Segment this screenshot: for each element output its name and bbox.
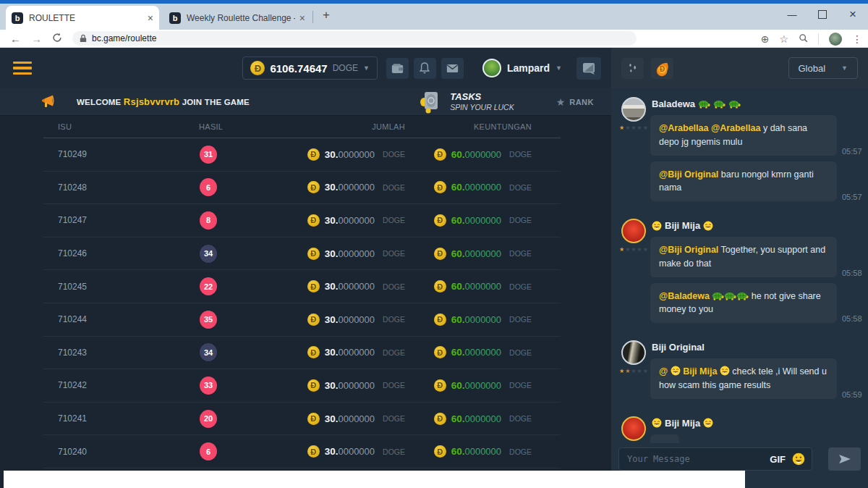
- tasks-link[interactable]: TASKS SPIN YOUR LUCK: [418, 91, 514, 114]
- doge-coin-icon: Ð: [434, 379, 446, 392]
- doge-coin-icon: Ð: [434, 214, 446, 227]
- balance-selector[interactable]: Ð 6106.74647 DOGE ▼: [242, 56, 378, 80]
- currency-label: DOGE: [509, 249, 532, 258]
- doge-coin-icon: Ð: [307, 314, 320, 326]
- chat-user-avatar[interactable]: [621, 97, 646, 122]
- result-cell: 33: [152, 376, 268, 395]
- bet-row[interactable]: 71024233Ð30.0000000DOGEÐ60.0000000DOGE: [43, 369, 561, 403]
- tab-weekly-challenge[interactable]: b Weekly Roulette Challenge - Win ×: [163, 6, 311, 30]
- maximize-button[interactable]: [807, 4, 838, 25]
- coin-drop-button[interactable]: Ð: [651, 58, 673, 79]
- bet-row[interactable]: 7102478Ð30.0000000DOGEÐ60.0000000DOGE: [43, 204, 561, 237]
- bet-row[interactable]: 71024435Ð30.0000000DOGEÐ60.0000000DOGE: [43, 303, 561, 337]
- mention-link[interactable]: Biji Mija: [681, 366, 720, 376]
- amount-integer: 30.: [325, 149, 339, 160]
- welcome-label: WELCOME: [77, 98, 121, 106]
- gif-button[interactable]: GIF: [770, 454, 786, 465]
- bet-row[interactable]: 71024120Ð30.0000000DOGEÐ60.0000000DOGE: [43, 403, 561, 436]
- amount-integer: 30.: [325, 182, 339, 193]
- browser-menu-icon[interactable]: ⋮: [852, 33, 862, 45]
- currency-label: DOGE: [509, 447, 532, 456]
- bet-row[interactable]: 71024334Ð30.0000000DOGEÐ60.0000000DOGE: [43, 337, 561, 370]
- doge-coin-icon: Ð: [434, 148, 446, 161]
- close-tab-icon[interactable]: ×: [148, 12, 153, 24]
- bet-row[interactable]: 71024634Ð30.0000000DOGEÐ60.0000000DOGE: [43, 237, 561, 271]
- chat-toggle-button[interactable]: [576, 57, 601, 80]
- back-icon[interactable]: ←: [10, 33, 21, 45]
- chat-username-text: Biji Mija: [665, 220, 700, 231]
- notifications-button[interactable]: [414, 58, 436, 79]
- currency-label: DOGE: [383, 348, 405, 357]
- send-message-button[interactable]: [828, 447, 861, 471]
- bookmark-star-icon[interactable]: ☆: [779, 33, 788, 45]
- mention-link[interactable]: @Biji Original: [659, 245, 718, 255]
- amount-cell: Ð30.0000000DOGE: [268, 445, 405, 458]
- wallet-button[interactable]: [386, 58, 409, 79]
- currency-label: DOGE: [383, 414, 405, 423]
- chat-user-avatar[interactable]: [621, 416, 646, 441]
- address-field[interactable]: bc.game/roulette: [72, 31, 637, 46]
- star-icon: ★: [619, 125, 624, 131]
- profit-cell: Ð60.0000000DOGE: [405, 214, 561, 227]
- chat-channel-selector[interactable]: Global ▼: [788, 57, 859, 79]
- mention-link[interactable]: @Arabellaa: [659, 123, 711, 133]
- browser-profile-avatar[interactable]: [829, 33, 842, 46]
- amount-cell: Ð30.0000000DOGE: [268, 214, 405, 227]
- star-icon: ★: [631, 246, 636, 253]
- search-icon[interactable]: [799, 33, 808, 45]
- amount-integer: 30.: [325, 347, 339, 358]
- star-icon: ★: [643, 125, 648, 131]
- mention-link[interactable]: @Biji Original: [659, 169, 718, 180]
- chat-input-box: GIF: [618, 447, 812, 471]
- forward-icon[interactable]: →: [31, 33, 42, 45]
- amount-integer: 30.: [325, 314, 339, 325]
- messages-button[interactable]: [441, 58, 464, 79]
- profit-integer: 60.: [451, 215, 465, 226]
- star-icon: ★: [637, 125, 642, 131]
- star-icon: ★: [637, 368, 642, 374]
- tab-title: Weekly Roulette Challenge - Win: [187, 13, 295, 23]
- reload-icon[interactable]: [52, 33, 62, 45]
- amount-cell: Ð30.0000000DOGE: [268, 181, 405, 193]
- chevron-down-icon: ▼: [363, 64, 370, 72]
- result-cell: 22: [152, 277, 268, 295]
- bet-row[interactable]: 7102406Ð30.0000000DOGEÐ60.0000000DOGE: [43, 435, 561, 468]
- tab-roulette[interactable]: b ROULETTE ×: [6, 6, 159, 30]
- tab-separator: [312, 11, 313, 23]
- user-menu[interactable]: Lampard ▼: [482, 59, 562, 77]
- mention-link[interactable]: @: [659, 366, 671, 376]
- new-tab-button[interactable]: +: [323, 8, 330, 22]
- hamburger-menu-icon[interactable]: [13, 62, 32, 75]
- chat-message: @Biji Original baru nongol kmrn ganti na…: [650, 161, 868, 202]
- doge-coin-icon: Ð: [307, 379, 320, 392]
- result-cell: 20: [152, 410, 268, 428]
- doge-coin-icon: Ð: [307, 214, 320, 227]
- zoom-page-icon[interactable]: ⊕: [761, 33, 770, 45]
- close-tab-icon[interactable]: ×: [299, 12, 305, 24]
- profit-cell: Ð60.0000000DOGE: [405, 346, 561, 358]
- minimize-button[interactable]: —: [777, 4, 807, 25]
- bet-row[interactable]: 71024931Ð30.0000000DOGEÐ60.0000000DOGE: [43, 138, 561, 172]
- bet-row[interactable]: 7102486Ð30.0000000DOGEÐ60.0000000DOGE: [43, 172, 561, 205]
- announcement-bar: WELCOME Rsjsbvvrvrb JOIN THE GAME TASKS …: [0, 88, 611, 116]
- chat-bubble: @ Biji Mija check tele ,i Will send u ho…: [650, 358, 837, 399]
- chat-user-avatar[interactable]: [621, 340, 646, 365]
- mention-link[interactable]: @Arabellaa: [711, 123, 760, 133]
- bet-row[interactable]: 71024522Ð30.0000000DOGEÐ60.0000000DOGE: [43, 270, 561, 303]
- bc-game-app: Ð 6106.74647 DOGE ▼ Lampard ▼: [0, 48, 868, 488]
- close-window-button[interactable]: ×: [838, 4, 868, 25]
- profit-cell: Ð60.0000000DOGE: [405, 248, 561, 260]
- rain-drops-icon: [627, 62, 639, 74]
- mention-link[interactable]: @Baladewa: [659, 291, 712, 301]
- emoji-picker-icon[interactable]: [792, 453, 805, 466]
- chat-message-input[interactable]: [626, 453, 763, 465]
- profit-fraction: 0000000: [464, 248, 501, 259]
- chat-message-list[interactable]: ★★★★★Baladewa @Arabellaa @Arabellaa y da…: [611, 88, 868, 443]
- rank-link[interactable]: ★ RANK: [556, 96, 594, 108]
- rain-button[interactable]: [621, 58, 644, 79]
- profit-cell: Ð60.0000000DOGE: [405, 413, 561, 425]
- amount-fraction: 0000000: [338, 248, 375, 259]
- mail-icon: [446, 64, 459, 73]
- chat-user-avatar[interactable]: [621, 219, 646, 243]
- result-cell: 6: [152, 178, 268, 196]
